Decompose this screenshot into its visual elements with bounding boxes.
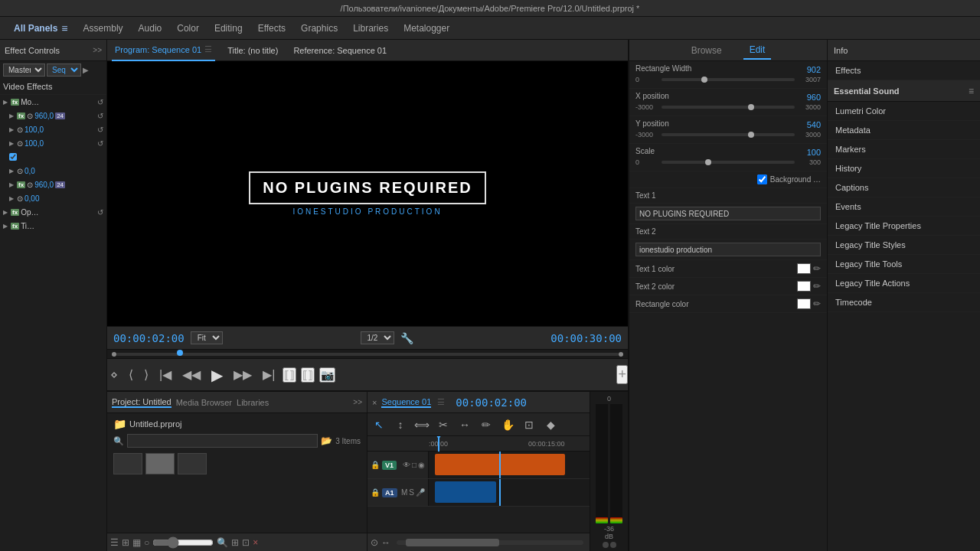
sequence-timecode[interactable]: 00:00:02:00 — [449, 396, 533, 409]
seq-fit-btn[interactable]: ↔ — [381, 537, 390, 548]
text2-color-swatch[interactable] — [797, 281, 811, 292]
background-checkbox[interactable] — [757, 174, 767, 184]
hand-tool[interactable]: ✋ — [499, 416, 516, 433]
new-bin-icon[interactable]: 📂 — [321, 435, 332, 446]
rect-color-pencil[interactable]: ✏ — [813, 298, 821, 309]
browse-tab[interactable]: Browse — [685, 42, 728, 59]
sequence-tab[interactable]: Sequence 01 — [381, 397, 431, 408]
icon-view-btn[interactable]: ○ — [144, 537, 149, 548]
nav-effects[interactable]: Effects — [250, 17, 293, 40]
slider-thumb[interactable] — [748, 132, 754, 138]
go-to-out-button[interactable]: ▶| — [260, 366, 278, 383]
legacy-title-properties-item[interactable]: Legacy Title Properties — [828, 217, 980, 236]
slider-track[interactable] — [662, 133, 795, 136]
insert-button[interactable]: ⟦⟧ — [283, 367, 296, 383]
text1-color-swatch[interactable] — [797, 263, 811, 274]
events-item[interactable]: Events — [828, 197, 980, 217]
lumetri-color-item[interactable]: Lumetri Color — [828, 102, 980, 121]
track-lock-icon[interactable]: 🔒 — [371, 461, 380, 469]
grid-view-btn[interactable]: ⊞ — [122, 537, 129, 548]
x-pos-slider[interactable]: -3000 3000 — [635, 102, 821, 112]
all-panels-button[interactable]: All Panels ≡ — [6, 22, 76, 34]
rect-color-swatch[interactable] — [797, 298, 811, 309]
nav-color[interactable]: Color — [169, 17, 207, 40]
list-view-btn[interactable]: ☰ — [110, 537, 119, 548]
delete-btn[interactable]: × — [253, 537, 258, 548]
slider-thumb[interactable] — [701, 77, 707, 83]
size-slider[interactable] — [152, 539, 214, 546]
metadata-item[interactable]: Metadata — [828, 121, 980, 140]
reset-btn[interactable]: ↺ — [97, 112, 103, 120]
track-solo-icon[interactable]: S — [409, 488, 414, 497]
overwrite-button[interactable]: ⟦⟧ — [301, 367, 315, 383]
media-browser-tab[interactable]: Media Browser — [176, 398, 232, 407]
essential-sound-title[interactable]: Essential Sound — [834, 86, 900, 96]
nav-audio[interactable]: Audio — [131, 17, 170, 40]
program-monitor-tab[interactable]: Program: Sequence 01 ☰ — [112, 40, 215, 61]
ripple-edit-tool[interactable]: ⟺ — [413, 416, 430, 433]
slider-track[interactable] — [662, 161, 795, 164]
pen-tool[interactable]: ✏ — [478, 416, 495, 433]
track-mute-icon[interactable]: □ — [412, 461, 416, 469]
meter-knob[interactable] — [603, 542, 609, 548]
track-select-tool[interactable]: ↕ — [392, 416, 409, 433]
seq-zoom-slider[interactable] — [397, 540, 583, 545]
markers-item[interactable]: Markers — [828, 140, 980, 159]
libraries-tab[interactable]: Libraries — [237, 398, 269, 407]
rect-width-value[interactable]: 902 — [807, 65, 821, 74]
zoom-in-btn[interactable]: 🔍 — [217, 537, 228, 548]
project-expand[interactable]: >> — [353, 398, 362, 406]
reset-btn[interactable]: ↺ — [97, 208, 103, 217]
effect-controls-expand[interactable]: >> — [93, 46, 102, 54]
reset-btn[interactable]: ↺ — [97, 98, 103, 106]
snap-btn[interactable]: ⊡ — [521, 416, 537, 433]
track-eye-icon[interactable]: 👁 — [403, 461, 410, 469]
slider-track[interactable] — [662, 78, 795, 81]
slider-track[interactable] — [662, 106, 795, 109]
nav-metalogger[interactable]: Metalogger — [396, 17, 457, 40]
mark-in-button[interactable]: ⋄ — [107, 366, 121, 383]
slider-thumb[interactable] — [705, 159, 711, 165]
step-fwd-frame-button[interactable]: ▶▶ — [230, 366, 255, 383]
step-back-button[interactable]: ⟩ — [141, 366, 152, 383]
scrubber-track[interactable] — [116, 353, 619, 356]
essential-sound-menu[interactable]: ≡ — [969, 86, 974, 96]
project-tab[interactable]: Project: Untitled — [112, 397, 172, 408]
play-button[interactable]: ▶ — [208, 364, 226, 386]
selection-tool[interactable]: ↖ — [371, 416, 387, 433]
nav-editing[interactable]: Editing — [207, 17, 250, 40]
text1-input[interactable] — [635, 207, 821, 220]
history-item[interactable]: History — [828, 159, 980, 178]
scrubber-head[interactable] — [177, 350, 183, 356]
fraction-select[interactable]: 1/2 — [361, 331, 394, 344]
mark-out-button[interactable]: ⟨ — [126, 366, 136, 383]
x-pos-value[interactable]: 960 — [807, 93, 821, 102]
rect-width-slider[interactable]: 0 3007 — [635, 74, 821, 85]
track-voice-icon[interactable]: 🎤 — [416, 488, 425, 497]
timecode-item[interactable]: Timecode — [828, 293, 980, 312]
meter-knob[interactable] — [610, 542, 616, 548]
legacy-title-styles-item[interactable]: Legacy Title Styles — [828, 236, 980, 255]
legacy-title-tools-item[interactable]: Legacy Title Tools — [828, 255, 980, 274]
scale-value[interactable]: 100 — [807, 148, 821, 157]
nav-graphics[interactable]: Graphics — [293, 17, 345, 40]
text1-color-pencil[interactable]: ✏ — [813, 263, 821, 274]
nav-assembly[interactable]: Assembly — [76, 17, 131, 40]
marker-tool[interactable]: ◆ — [542, 416, 559, 433]
step-back-frame-button[interactable]: ◀◀ — [179, 366, 204, 383]
add-button[interactable]: + — [616, 365, 628, 384]
fit-select[interactable]: Fit — [191, 331, 223, 344]
track-mute-icon[interactable]: M — [401, 488, 407, 497]
scrubber-bar[interactable] — [107, 349, 628, 358]
seq-arrow[interactable]: ▶ — [83, 66, 89, 74]
camera-button[interactable]: 📷 — [319, 367, 335, 383]
nav-libraries[interactable]: Libraries — [345, 17, 396, 40]
new-item-btn[interactable]: ⊡ — [242, 537, 250, 548]
master-select[interactable]: Master … — [3, 64, 45, 77]
scale-slider[interactable]: 0 300 — [635, 157, 821, 168]
slider-thumb[interactable] — [748, 104, 754, 110]
track-lock-icon[interactable]: 🔒 — [371, 488, 380, 497]
audio-clip[interactable] — [435, 481, 496, 503]
y-pos-value[interactable]: 540 — [807, 120, 821, 129]
effect-checkbox[interactable] — [9, 153, 17, 161]
